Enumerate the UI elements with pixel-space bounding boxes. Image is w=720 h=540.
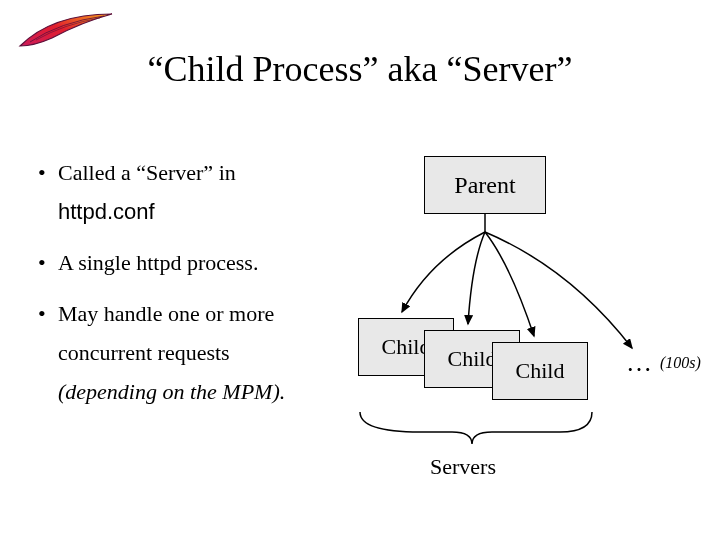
diagram-servers-label: Servers xyxy=(430,454,496,480)
slide-title: “Child Process” aka “Server” xyxy=(0,48,720,90)
bullet-item-1: Called a “Server” in httpd.conf xyxy=(58,156,358,228)
bullet-1-code: httpd.conf xyxy=(58,195,358,228)
bullet-3-line3: (depending on the MPM). xyxy=(58,375,358,408)
bullet-item-2: A single httpd process. xyxy=(58,246,358,279)
bullet-1-text: Called a “Server” in xyxy=(58,160,236,185)
diagram-child-box-3: Child xyxy=(492,342,588,400)
slide: “Child Process” aka “Server” Called a “S… xyxy=(0,0,720,540)
diagram-parent-box: Parent xyxy=(424,156,546,214)
bullet-list: Called a “Server” in httpd.conf A single… xyxy=(58,156,358,426)
diagram-ellipsis: … xyxy=(626,348,652,378)
bullet-3-line1: May handle one or more xyxy=(58,301,274,326)
bullet-2-text: A single httpd process. xyxy=(58,250,258,275)
bullet-item-3: May handle one or more concurrent reques… xyxy=(58,297,358,408)
bullet-3-line2: concurrent requests xyxy=(58,336,358,369)
diagram-hundreds-label: (100s) xyxy=(660,354,701,372)
